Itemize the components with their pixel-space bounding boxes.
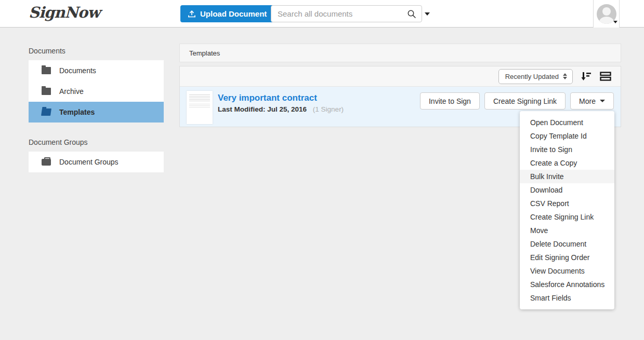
menu-item-delete-document[interactable]: Delete Document [520,237,614,251]
sidebar-item-label: Archive [59,87,84,96]
create-signing-link-button[interactable]: Create Signing Link [484,92,566,110]
menu-item-bulk-invite[interactable]: Bulk Invite [520,170,614,183]
sort-select-value: Recently Updated [505,73,559,80]
menu-item-move[interactable]: Move [520,224,614,237]
briefcase-icon [42,159,51,166]
upload-button-label: Upload Document [200,9,267,18]
sidebar-item-label: Documents [59,66,96,75]
document-title-link[interactable]: Very important contract [218,93,317,103]
menu-item-copy-template-id[interactable]: Copy Template Id [520,129,614,143]
sidebar-item-templates[interactable]: Templates [29,102,164,123]
sidebar-item-label: Document Groups [59,158,119,166]
search-options-caret-icon[interactable] [425,12,430,16]
menu-item-csv-report[interactable]: CSV Report [520,197,614,210]
folder-open-icon [41,108,51,116]
sidebar-item-documents[interactable]: Documents [29,60,164,81]
sidebar-item-archive[interactable]: Archive [29,81,164,102]
caret-down-icon [600,100,605,102]
last-modified-value: Jul 25, 2016 [267,105,307,113]
sort-direction-icon[interactable] [581,72,592,81]
invite-to-sign-button[interactable]: Invite to Sign [420,92,480,110]
document-meta: Last Modified: Jul 25, 2016 (1 Signer) [218,105,344,113]
account-caret-icon [613,21,617,23]
folder-icon [42,88,51,95]
menu-item-smart-fields[interactable]: Smart Fields [520,291,614,305]
upload-document-button[interactable]: Upload Document [180,5,276,22]
more-dropdown-menu: Open Document Copy Template Id Invite to… [520,111,614,309]
signer-count: (1 Signer) [313,105,344,113]
breadcrumb: Templates [179,44,621,62]
breadcrumb-templates[interactable]: Templates [189,49,220,57]
menu-item-salesforce-annotations[interactable]: Salesforce Annotations [520,278,614,291]
upload-icon [188,10,196,18]
menu-item-create-a-copy[interactable]: Create a Copy [520,156,614,170]
search-icon[interactable] [402,6,422,22]
list-toolbar: Recently Updated [180,66,621,87]
sidebar: Documents Documents Archive Templates Do… [29,44,164,172]
app-header: SignNow Upload Document [0,0,644,28]
sort-order-select[interactable]: Recently Updated [498,69,573,84]
list-view-icon[interactable] [600,72,611,81]
sidebar-section-documents-title: Documents [29,44,164,60]
sidebar-documents-list: Documents Archive Templates [29,60,164,123]
row-actions: Invite to Sign Create Signing Link More [420,92,614,110]
menu-item-download[interactable]: Download [520,183,614,197]
account-menu[interactable] [593,0,620,28]
folder-icon [42,67,51,74]
menu-item-create-signing-link[interactable]: Create Signing Link [520,210,614,224]
search-input[interactable] [271,9,402,18]
create-signing-link-label: Create Signing Link [493,97,557,105]
more-label: More [579,97,596,105]
sidebar-item-label: Templates [59,108,95,116]
menu-item-open-document[interactable]: Open Document [520,116,614,129]
select-updown-icon [563,73,567,79]
sidebar-document-groups-list: Document Groups [29,152,164,172]
sidebar-item-document-groups[interactable]: Document Groups [29,152,164,172]
menu-item-view-documents[interactable]: View Documents [520,264,614,278]
menu-item-edit-signing-order[interactable]: Edit Signing Order [520,251,614,264]
invite-to-sign-label: Invite to Sign [429,97,471,105]
sidebar-section-document-groups-title: Document Groups [29,135,164,152]
last-modified-label: Last Modified: [218,105,266,113]
more-button[interactable]: More [570,92,614,110]
menu-item-invite-to-sign[interactable]: Invite to Sign [520,143,614,156]
search-box [271,5,422,22]
signnow-logo[interactable]: SignNow [29,4,100,21]
document-thumbnail[interactable] [187,91,213,124]
